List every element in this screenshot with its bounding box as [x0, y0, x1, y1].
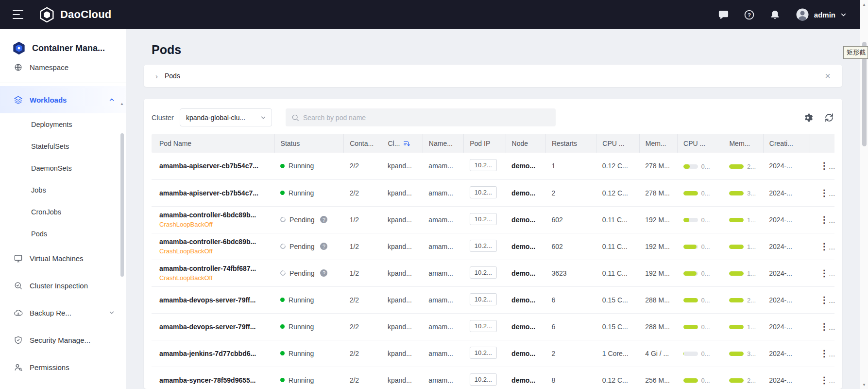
pod-name-link[interactable]: amamba-devops-server-79ff... [159, 323, 269, 331]
sidebar-item-security-management[interactable]: Security Manage... [0, 326, 126, 354]
status-text: Running [289, 296, 314, 304]
chevron-down-icon [260, 114, 267, 121]
pod-name-link[interactable]: amamba-syncer-78f59d9655... [159, 376, 269, 384]
sort-icon[interactable] [403, 140, 410, 147]
row-actions-button[interactable]: ⋮ [816, 347, 833, 360]
sidebar-item-daemonsets[interactable]: DaemonSets [0, 157, 126, 179]
node-link[interactable]: demo... [511, 323, 535, 331]
pod-name-link[interactable]: amamba-controller-6bdc89b... [159, 211, 269, 219]
mem-usage-label: 2... [747, 377, 756, 384]
sidebar-item-backup-restore[interactable]: Backup Re... [0, 299, 126, 326]
sidebar-item-jobs[interactable]: Jobs [0, 179, 126, 201]
breadcrumb-item[interactable]: Pods [165, 72, 180, 80]
virtual-machines-icon [14, 254, 23, 263]
containers-cell: 2/2 [344, 340, 382, 367]
cpu-usage-label: 0... [701, 190, 710, 197]
pod-name-link[interactable]: amamba-controller-6bdc89b... [159, 238, 269, 246]
sidebar-item-permissions[interactable]: Permissions [0, 354, 126, 381]
pod-warning-text: CrashLoopBackOff [159, 221, 269, 228]
sidebar-item-deployments[interactable]: Deployments [0, 113, 126, 135]
mem-usage-bar [729, 271, 744, 276]
mem-usage-fill [729, 218, 744, 222]
backup-restore-icon [14, 308, 23, 318]
node-link[interactable]: demo... [511, 189, 535, 197]
mem-request-cell: 256 M... [639, 367, 677, 389]
container-management-icon [12, 41, 26, 55]
sidebar-scrollbar-thumb[interactable] [120, 133, 124, 277]
sidebar-item-label: DaemonSets [31, 164, 72, 172]
row-actions-button[interactable]: ⋮ [816, 266, 833, 280]
pods-table-body: amamba-apiserver-cb7b54c7... Running ? 2… [152, 153, 834, 389]
sidebar-scroll-up-arrow[interactable]: ▲ [120, 102, 124, 106]
close-icon[interactable]: × [825, 71, 831, 81]
search-input[interactable] [303, 114, 550, 122]
row-actions-button[interactable]: ⋮ [816, 320, 833, 334]
row-actions-button[interactable]: ⋮ [816, 373, 833, 387]
brand: DaoCloud [39, 7, 111, 23]
chat-icon[interactable] [718, 9, 729, 20]
sidebar-item-workloads[interactable]: Workloads [0, 86, 126, 113]
row-actions-button[interactable]: ⋮ [816, 240, 833, 253]
scrollbar-down-arrow[interactable]: ▼ [860, 381, 868, 389]
sidebar-item-namespace[interactable]: Namespace [0, 63, 126, 81]
cluster-select[interactable]: kpanda-global-clu... [180, 108, 272, 126]
menu-icon[interactable] [13, 10, 24, 19]
col-actions [810, 134, 834, 153]
restarts-cell: 2 [545, 340, 596, 367]
mem-usage-bar [729, 164, 744, 169]
containers-cell: 2/2 [344, 313, 382, 340]
sidebar-item-pods[interactable]: Pods [0, 223, 126, 245]
containers-cell: 1/2 [344, 206, 382, 233]
mem-request-cell: 4 Gi / ... [639, 340, 677, 367]
status-help-icon[interactable]: ? [320, 216, 327, 223]
status-help-icon[interactable]: ? [320, 269, 327, 277]
cpu-usage-label: 0... [701, 377, 710, 384]
namespace-cell: amam... [423, 340, 463, 367]
help-icon[interactable]: ? [744, 9, 755, 20]
row-actions-button[interactable]: ⋮ [816, 213, 833, 227]
node-link[interactable]: demo... [511, 269, 535, 277]
sidebar-item-label: Backup Re... [30, 309, 71, 317]
row-actions-button[interactable]: ⋮ [816, 186, 833, 200]
namespace-cell: amam... [423, 153, 463, 179]
cluster-cell: kpand... [382, 206, 423, 233]
scrollbar-up-arrow[interactable]: ▲ [860, 0, 868, 8]
status-help-icon[interactable]: ? [320, 243, 327, 250]
cpu-usage-fill [683, 191, 698, 195]
settings-icon[interactable] [802, 112, 813, 123]
breadcrumb: › Pods × [144, 65, 842, 87]
node-link[interactable]: demo... [511, 296, 535, 304]
security-management-icon [14, 336, 23, 345]
node-link[interactable]: demo... [511, 376, 535, 384]
pod-name-link[interactable]: amamba-jenkins-7d77cbbd6... [159, 350, 269, 357]
col-mem-request: Mem... [639, 134, 677, 153]
col-pod-ip: Pod IP [464, 134, 506, 153]
row-actions-button[interactable]: ⋮ [816, 293, 833, 307]
pod-name-link[interactable]: amamba-controller-74fbf687... [159, 265, 269, 272]
cpu-usage-bar [683, 352, 698, 356]
user-menu[interactable]: admin [795, 7, 847, 22]
mem-usage-label: 2... [747, 297, 756, 304]
sidebar-item-cronjobs[interactable]: CronJobs [0, 201, 126, 223]
sidebar-item-statefulsets[interactable]: StatefulSets [0, 135, 126, 157]
sidebar-item-cluster-inspection[interactable]: Cluster Inspection [0, 272, 126, 299]
pod-name-link[interactable]: amamba-devops-server-79ff... [159, 296, 269, 304]
namespace-cell: amam... [423, 233, 463, 260]
node-link[interactable]: demo... [511, 243, 535, 250]
node-link[interactable]: demo... [511, 162, 535, 170]
node-link[interactable]: demo... [511, 350, 535, 357]
mem-request-cell: 278 M... [639, 179, 677, 206]
cluster-select-value: kpanda-global-clu... [186, 114, 260, 122]
pod-name-link[interactable]: amamba-apiserver-cb7b54c7... [159, 189, 269, 197]
sidebar-item-label: Workloads [30, 96, 67, 104]
row-actions-button[interactable]: ⋮ [816, 159, 833, 173]
sidebar-item-virtual-machines[interactable]: Virtual Machines [0, 245, 126, 272]
pod-name-link[interactable]: amamba-apiserver-cb7b54c7... [159, 162, 269, 170]
cpu-request-cell: 0.12 C... [596, 179, 639, 206]
node-link[interactable]: demo... [511, 216, 535, 224]
mem-usage-bar [729, 218, 744, 222]
refresh-icon[interactable] [824, 112, 834, 123]
pod-warning-text: CrashLoopBackOff [159, 274, 269, 282]
mem-usage-bar [729, 245, 744, 249]
bell-icon[interactable] [769, 9, 781, 20]
